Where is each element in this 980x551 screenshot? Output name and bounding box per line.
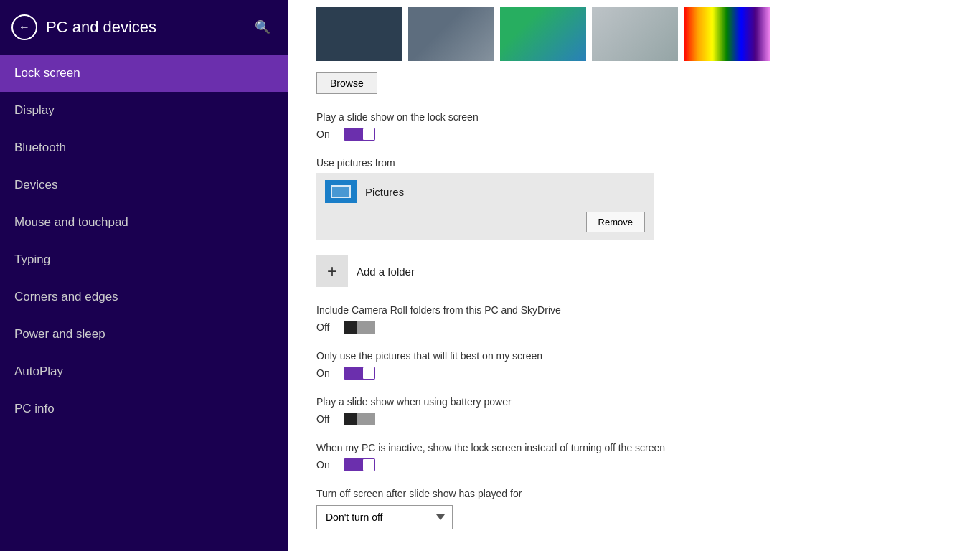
sidebar-item-lock-screen[interactable]: Lock screen — [0, 55, 288, 92]
sidebar-item-power-sleep[interactable]: Power and sleep — [0, 316, 288, 353]
sidebar-item-display[interactable]: Display — [0, 92, 288, 129]
browse-button[interactable]: Browse — [316, 72, 377, 94]
main-content: Browse Play a slide show on the lock scr… — [288, 0, 980, 551]
sidebar-item-autoplay[interactable]: AutoPlay — [0, 353, 288, 390]
fit-pictures-state: On — [316, 367, 336, 379]
inactive-lock-state: On — [316, 459, 336, 471]
turn-off-setting: Turn off screen after slide show has pla… — [316, 488, 951, 529]
add-folder-row[interactable]: + Add a folder — [316, 255, 951, 287]
camera-roll-toggle[interactable] — [344, 320, 375, 334]
inactive-lock-setting: When my PC is inactive, show the lock sc… — [316, 442, 951, 472]
battery-slideshow-toggle[interactable] — [344, 412, 375, 426]
sidebar-item-typing[interactable]: Typing — [0, 241, 288, 278]
fit-pictures-toggle[interactable] — [344, 366, 375, 380]
camera-roll-setting: Include Camera Roll folders from this PC… — [316, 304, 951, 334]
camera-roll-toggle-row: Off — [316, 320, 951, 334]
folder-name: Pictures — [365, 186, 404, 198]
turn-off-dropdown-container: Don't turn off1 minute3 minutes5 minutes… — [316, 505, 951, 529]
remove-button[interactable]: Remove — [586, 212, 645, 232]
sidebar-item-devices[interactable]: Devices — [0, 166, 288, 204]
slideshow-thumb — [363, 128, 374, 140]
fit-pictures-thumb — [363, 367, 374, 379]
back-button[interactable]: ← — [11, 14, 37, 40]
thumbnail-1 — [316, 7, 402, 61]
slideshow-label: Play a slide show on the lock screen — [316, 111, 951, 123]
battery-slideshow-toggle-row: Off — [316, 412, 951, 426]
inactive-lock-label: When my PC is inactive, show the lock sc… — [316, 442, 951, 453]
fit-pictures-label: Only use the pictures that will fit best… — [316, 350, 951, 362]
sidebar-item-bluetooth[interactable]: Bluetooth — [0, 129, 288, 166]
turn-off-dropdown[interactable]: Don't turn off1 minute3 minutes5 minutes… — [316, 505, 453, 529]
sidebar-item-pc-info[interactable]: PC info — [0, 390, 288, 428]
camera-roll-track-right — [357, 321, 375, 334]
thumbnail-2 — [408, 7, 494, 61]
inactive-lock-toggle[interactable] — [344, 458, 375, 472]
sidebar-header: ← PC and devices 🔍 — [0, 0, 288, 55]
slideshow-toggle[interactable] — [344, 127, 375, 141]
fit-pictures-toggle-row: On — [316, 366, 951, 380]
back-arrow-icon: ← — [19, 22, 30, 33]
folder-icon — [325, 180, 357, 203]
sidebar-item-corners-edges[interactable]: Corners and edges — [0, 278, 288, 316]
folder-icon-inner — [331, 185, 351, 198]
battery-slideshow-track — [344, 413, 375, 425]
battery-slideshow-track-right — [357, 413, 375, 425]
battery-slideshow-label: Play a slide show when using battery pow… — [316, 396, 951, 408]
add-folder-label: Add a folder — [357, 265, 415, 278]
fit-pictures-track — [344, 367, 375, 380]
folder-box: Pictures Remove — [316, 173, 654, 240]
thumbnail-5 — [684, 7, 770, 61]
slideshow-toggle-row: On — [316, 127, 951, 141]
slideshow-setting: Play a slide show on the lock screen On — [316, 111, 951, 141]
camera-roll-state: Off — [316, 321, 336, 333]
sidebar: ← PC and devices 🔍 Lock screenDisplayBlu… — [0, 0, 288, 551]
turn-off-label: Turn off screen after slide show has pla… — [316, 488, 951, 499]
slideshow-track — [344, 128, 375, 141]
inactive-lock-toggle-row: On — [316, 458, 951, 472]
camera-roll-track — [344, 321, 375, 334]
inactive-lock-track — [344, 458, 375, 471]
thumbnail-3 — [500, 7, 586, 61]
inactive-lock-thumb — [363, 459, 374, 471]
battery-slideshow-thumb — [344, 413, 357, 425]
camera-roll-label: Include Camera Roll folders from this PC… — [316, 304, 951, 316]
slideshow-state: On — [316, 128, 336, 140]
use-pictures-setting: Use pictures from Pictures Remove — [316, 157, 951, 240]
sidebar-title: PC and devices — [46, 18, 243, 37]
sidebar-item-mouse-touchpad[interactable]: Mouse and touchpad — [0, 204, 288, 241]
folder-item: Pictures — [325, 180, 645, 203]
use-pictures-label: Use pictures from — [316, 157, 951, 169]
search-icon: 🔍 — [255, 19, 270, 35]
battery-slideshow-setting: Play a slide show when using battery pow… — [316, 396, 951, 426]
nav-list: Lock screenDisplayBluetoothDevicesMouse … — [0, 55, 288, 428]
search-button[interactable]: 🔍 — [252, 17, 273, 38]
battery-slideshow-state: Off — [316, 413, 336, 425]
thumbnail-4 — [592, 7, 678, 61]
thumbnail-row — [316, 7, 951, 61]
fit-pictures-setting: Only use the pictures that will fit best… — [316, 350, 951, 380]
camera-roll-thumb — [344, 321, 357, 334]
add-folder-icon: + — [316, 255, 348, 287]
